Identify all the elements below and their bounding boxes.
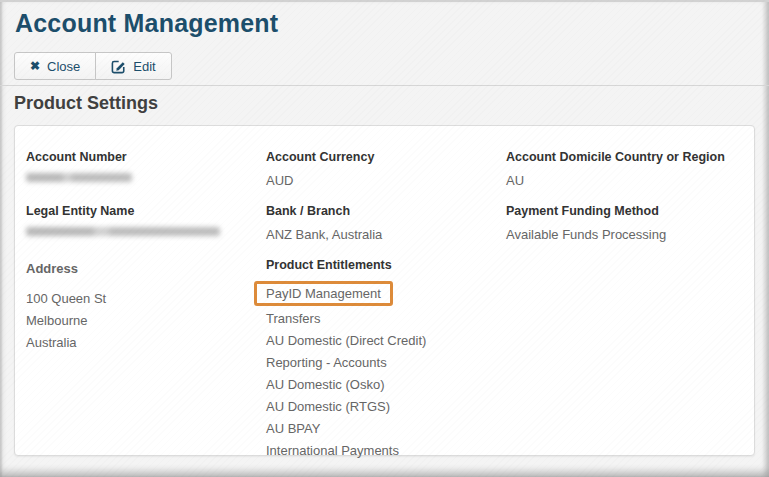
legal-entity-name-label: Legal Entity Name [26,204,252,219]
bank-branch-value: ANZ Bank, Australia [266,227,492,242]
field-account-number: Account Number [26,150,266,188]
account-currency-label: Account Currency [266,150,492,165]
edit-button-label: Edit [133,59,155,74]
field-account-domicile: Account Domicile Country or Region AU [506,150,744,188]
account-domicile-label: Account Domicile Country or Region [506,150,730,165]
account-domicile-value: AU [506,173,730,188]
entitlement-item: AU Domestic (Direct Credit) [266,330,492,352]
field-bank-branch: Bank / Branch ANZ Bank, Australia [266,204,506,242]
highlight-annotation-box: PayID Management [254,281,393,306]
field-account-currency: Account Currency AUD [266,150,506,188]
product-settings-card: Account Number Account Currency AUD Acco… [14,125,755,456]
product-entitlements-label: Product Entitlements [266,258,492,273]
field-product-entitlements: Product Entitlements PayID Management Tr… [266,258,506,462]
address-label: Address [26,258,252,280]
page-title: Account Management [15,9,278,38]
close-button-label: Close [47,59,80,74]
payment-funding-method-label: Payment Funding Method [506,204,730,219]
address-line: Australia [26,332,252,354]
legal-entity-name-value-redacted [26,227,220,236]
account-number-label: Account Number [26,150,252,165]
fields-grid: Account Number Account Currency AUD Acco… [26,150,744,477]
address-line: Melbourne [26,310,252,332]
field-payment-funding-method: Payment Funding Method Available Funds P… [506,204,744,242]
entitlement-item: AU Domestic (Osko) [266,374,492,396]
entitlement-item-highlighted: PayID Management [266,283,492,308]
close-button[interactable]: ✖ Close [14,52,96,80]
account-currency-value: AUD [266,173,492,188]
field-address: Address 100 Queen St Melbourne Australia [26,258,266,462]
entitlement-item: Transfers [266,308,492,330]
toolbar: ✖ Close Edit [14,52,172,80]
edit-icon [111,59,126,74]
header-divider [0,85,769,86]
payment-funding-method-value: Available Funds Processing [506,227,730,242]
field-legal-entity-name: Legal Entity Name [26,204,266,242]
entitlement-item: AU BPAY [266,418,492,440]
close-icon: ✖ [30,60,40,72]
bank-branch-label: Bank / Branch [266,204,492,219]
entitlement-item: AU Domestic (RTGS) [266,396,492,418]
entitlement-item: International Payments [266,440,492,462]
edit-button[interactable]: Edit [95,52,171,80]
account-number-value-redacted [26,173,132,182]
empty-cell [506,258,744,477]
section-title: Product Settings [14,93,158,114]
address-line: 100 Queen St [26,288,252,310]
account-management-page: Account Management ✖ Close Edit Product … [0,0,769,477]
entitlement-item: Reporting - Accounts [266,352,492,374]
